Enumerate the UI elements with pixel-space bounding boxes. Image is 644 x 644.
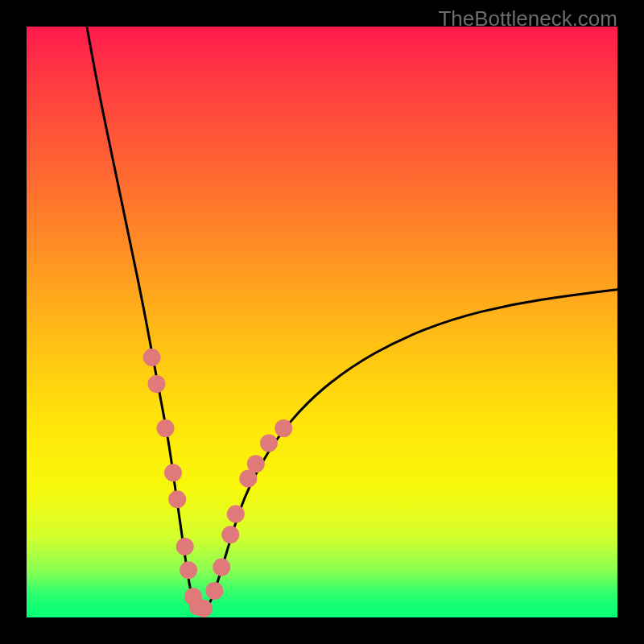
data-point bbox=[227, 506, 245, 523]
data-point bbox=[260, 434, 278, 452]
data-point bbox=[168, 490, 186, 508]
data-point bbox=[164, 464, 182, 481]
data-point bbox=[180, 561, 197, 579]
bottleneck-curve bbox=[87, 27, 617, 609]
data-point bbox=[205, 582, 223, 600]
data-point bbox=[221, 526, 239, 543]
data-point bbox=[156, 419, 174, 437]
data-point bbox=[176, 538, 194, 555]
data-point bbox=[143, 349, 161, 366]
data-point bbox=[213, 559, 230, 576]
data-point bbox=[195, 600, 213, 617]
dots-group bbox=[143, 349, 293, 617]
curve-layer bbox=[27, 27, 617, 617]
data-point bbox=[247, 455, 265, 473]
plot-area bbox=[27, 27, 617, 617]
data-point bbox=[147, 375, 165, 393]
data-point bbox=[275, 419, 292, 437]
attribution-text: TheBottleneck.com bbox=[438, 6, 617, 31]
chart-frame: TheBottleneck.com bbox=[0, 0, 644, 644]
